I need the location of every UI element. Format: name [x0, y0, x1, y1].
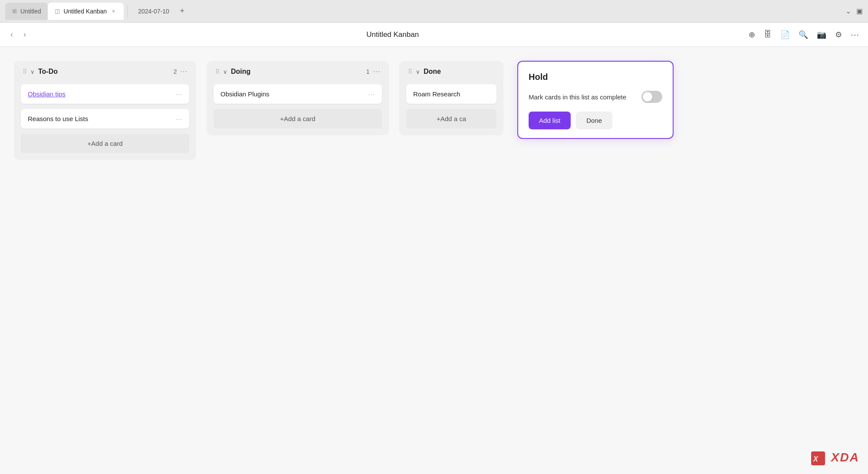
card-obsidian-plugins: Obsidian Plugins ···	[214, 84, 382, 104]
page-title: Untitled Kanban	[36, 30, 749, 39]
done-button[interactable]: Done	[576, 112, 612, 129]
popup-actions: Add list Done	[529, 112, 662, 129]
add-card-done-button[interactable]: +Add a ca	[406, 109, 496, 128]
hold-popup: Hold Mark cards in this list as complete…	[517, 61, 674, 139]
column-done: ⠿ ∨ Done Roam Research +Add a ca	[399, 61, 503, 135]
drag-handle-icon[interactable]: ⠿	[23, 68, 27, 75]
column-doing-header: ⠿ ∨ Doing 1 ···	[214, 68, 382, 79]
xda-watermark: X XDA	[811, 451, 859, 465]
drag-handle-icon[interactable]: ⠿	[215, 68, 220, 75]
add-card-todo-button[interactable]: +Add a card	[21, 134, 189, 153]
card-roam-research: Roam Research	[406, 84, 496, 104]
toolbar-actions: ⊕ 🗄 📄 🔍 📷 ⚙ ···	[749, 30, 859, 40]
card-obsidian-tips: Obsidian tips ···	[21, 84, 189, 104]
tab-separator	[127, 5, 128, 17]
popup-toggle-row: Mark cards in this list as complete	[529, 91, 662, 103]
column-done-title: Done	[424, 68, 491, 76]
card-obsidian-tips-text[interactable]: Obsidian tips	[28, 90, 66, 98]
camera-icon[interactable]: 📷	[817, 30, 826, 40]
drag-handle-icon[interactable]: ⠿	[408, 68, 412, 75]
card-reasons-lists-menu[interactable]: ···	[175, 115, 182, 122]
column-doing-title: Doing	[231, 68, 363, 76]
collapse-icon[interactable]: ∨	[223, 69, 227, 75]
tab-date[interactable]: 2024-07-10	[131, 4, 176, 18]
column-todo-menu-icon[interactable]: ···	[181, 68, 187, 76]
xda-logo-icon: X	[811, 451, 825, 465]
add-list-button[interactable]: Add list	[529, 112, 571, 129]
kanban-board: ⠿ ∨ To-Do 2 ··· Obsidian tips ··· Reason…	[0, 47, 868, 474]
mark-complete-toggle[interactable]	[641, 91, 662, 103]
tab-untitled[interactable]: ⊞ Untitled	[5, 3, 48, 20]
column-todo-title: To-Do	[38, 68, 170, 76]
tab-kanban-label: Untitled Kanban	[63, 8, 107, 15]
card-roam-research-text: Roam Research	[413, 90, 460, 98]
forward-button[interactable]: ›	[22, 28, 28, 41]
document-icon[interactable]: 📄	[780, 30, 790, 40]
column-doing-menu-icon[interactable]: ···	[373, 68, 380, 76]
back-button[interactable]: ‹	[9, 28, 15, 41]
card-obsidian-plugins-menu[interactable]: ···	[368, 90, 375, 98]
column-todo-header: ⠿ ∨ To-Do 2 ···	[21, 68, 189, 79]
grid-icon: ⊞	[12, 8, 17, 14]
popup-title: Hold	[529, 72, 662, 82]
collapse-icon[interactable]: ∨	[416, 69, 420, 75]
popup-toggle-label: Mark cards in this list as complete	[529, 92, 626, 102]
more-icon[interactable]: ···	[851, 30, 859, 40]
column-todo: ⠿ ∨ To-Do 2 ··· Obsidian tips ··· Reason…	[14, 61, 196, 160]
column-done-header: ⠿ ∨ Done	[406, 68, 496, 79]
chevron-down-icon[interactable]: ⌄	[845, 7, 851, 15]
search-icon[interactable]: 🔍	[799, 30, 808, 40]
layout-icon[interactable]: ▣	[856, 7, 863, 15]
tab-close-button[interactable]: ×	[110, 7, 117, 15]
archive-icon[interactable]: 🗄	[764, 30, 772, 39]
add-icon[interactable]: ⊕	[749, 30, 755, 40]
tab-bar-right: ⌄ ▣	[845, 7, 863, 15]
toolbar: ‹ › Untitled Kanban ⊕ 🗄 📄 🔍 📷 ⚙ ···	[0, 23, 868, 47]
card-obsidian-tips-menu[interactable]: ···	[175, 90, 182, 98]
column-todo-count: 2	[174, 68, 177, 75]
card-reasons-lists: Reasons to use Lists ···	[21, 109, 189, 128]
settings-icon[interactable]: ⚙	[835, 30, 842, 40]
toolbar-nav: ‹ ›	[9, 28, 28, 41]
kanban-icon: ◫	[55, 8, 60, 14]
tab-add-button[interactable]: +	[176, 5, 188, 17]
tab-kanban[interactable]: ◫ Untitled Kanban ×	[48, 3, 124, 20]
tab-bar: ⊞ Untitled ◫ Untitled Kanban × 2024-07-1…	[0, 0, 868, 23]
svg-text:X: X	[813, 455, 819, 463]
card-reasons-lists-text: Reasons to use Lists	[28, 115, 88, 122]
collapse-icon[interactable]: ∨	[30, 69, 35, 75]
column-doing: ⠿ ∨ Doing 1 ··· Obsidian Plugins ··· +Ad…	[207, 61, 389, 135]
column-doing-count: 1	[366, 68, 370, 75]
add-card-doing-button[interactable]: +Add a card	[214, 109, 382, 128]
card-obsidian-plugins-text: Obsidian Plugins	[220, 90, 270, 98]
tab-untitled-label: Untitled	[20, 8, 41, 15]
